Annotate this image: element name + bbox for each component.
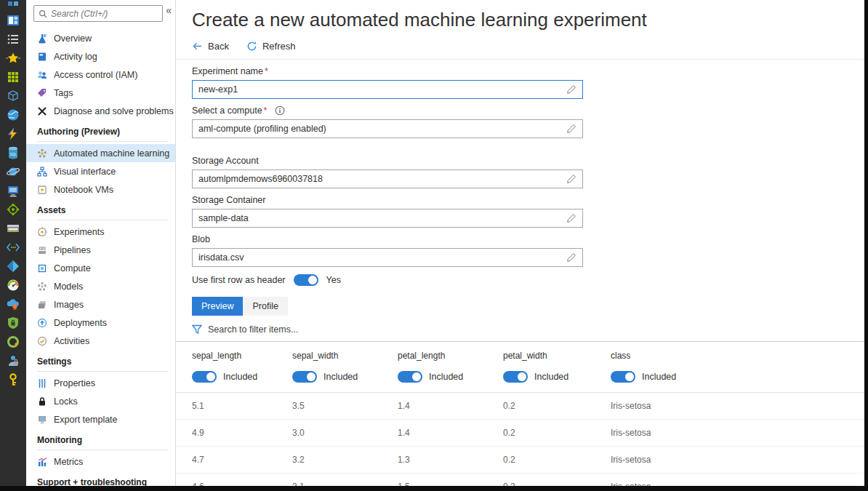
globe-icon[interactable] xyxy=(6,108,20,122)
sidebar-item-tags[interactable]: Tags xyxy=(26,84,175,102)
sql-database-icon[interactable]: SQL xyxy=(6,145,20,160)
experiment-name-input[interactable] xyxy=(198,84,566,95)
sidebar-item-models[interactable]: Models xyxy=(26,277,175,295)
sidebar-item-label: Locks xyxy=(54,396,78,407)
sidebar-item-locks[interactable]: Locks xyxy=(26,392,175,410)
dashboard-icon[interactable] xyxy=(6,13,20,28)
sidebar-item-activity-log[interactable]: Activity log xyxy=(26,47,175,65)
include-column-toggle[interactable] xyxy=(611,371,635,383)
code-icon[interactable] xyxy=(6,240,20,255)
sidebar-item-metrics[interactable]: Metrics xyxy=(26,452,175,471)
sidebar-item-access-control[interactable]: Access control (IAM) xyxy=(26,65,175,84)
collapse-sidebar-button[interactable]: « xyxy=(166,5,172,15)
divider xyxy=(37,450,168,450)
filter-label: Search to filter items... xyxy=(208,324,298,335)
storage-container-input[interactable] xyxy=(198,213,566,223)
sidebar-item-compute[interactable]: Compute xyxy=(26,259,175,277)
sidebar-item-visual-interface[interactable]: Visual interface xyxy=(26,162,175,180)
sidebar-item-experiments[interactable]: Experiments xyxy=(26,223,175,241)
security-shield-icon[interactable] xyxy=(6,316,20,330)
sidebar-item-properties[interactable]: Properties xyxy=(26,374,175,392)
storage-account-icon[interactable] xyxy=(6,221,20,236)
sidebar-item-notebook-vms[interactable]: Notebook VMs xyxy=(26,180,175,199)
back-button[interactable]: Back xyxy=(192,41,229,52)
compute-field[interactable] xyxy=(192,119,583,138)
advisor-gauge-icon[interactable] xyxy=(6,278,20,292)
resource-list-icon[interactable] xyxy=(6,32,20,47)
azure-ad-icon[interactable] xyxy=(6,259,20,274)
column-header: sepal_width xyxy=(292,342,398,367)
sidebar-item-label: Deployments xyxy=(54,318,107,328)
load-balancer-icon[interactable] xyxy=(6,202,20,217)
table-cell: 4.9 xyxy=(176,420,292,446)
experiment-name-label: Experiment name* xyxy=(192,66,583,76)
sidebar-item-label: Export template xyxy=(54,415,118,425)
all-resources-grid-icon[interactable] xyxy=(6,70,20,84)
sidebar-item-images[interactable]: Images xyxy=(26,295,175,314)
filter-items-control[interactable]: Search to filter items... xyxy=(192,324,868,335)
compute-input[interactable] xyxy=(198,124,566,134)
column-include-cell: Included xyxy=(611,367,868,392)
activity-log-icon xyxy=(37,52,47,62)
favorites-star-icon[interactable] xyxy=(6,51,20,65)
function-app-icon[interactable] xyxy=(6,127,20,141)
sidebar-item-pipelines[interactable]: Pipelines xyxy=(26,241,175,259)
column-header: class xyxy=(611,342,868,367)
info-icon[interactable] xyxy=(275,105,285,116)
experiment-name-field[interactable] xyxy=(192,80,583,99)
sidebar-item-export-template[interactable]: Export template xyxy=(26,410,175,428)
storage-account-input[interactable] xyxy=(198,174,566,184)
sidebar-item-label: Metrics xyxy=(54,457,83,467)
header-toggle-state: Yes xyxy=(326,275,341,285)
first-row-header-toggle[interactable] xyxy=(294,274,318,286)
filter-funnel-icon xyxy=(192,324,202,335)
table-cell: 1.3 xyxy=(398,447,503,473)
required-marker: * xyxy=(265,66,268,76)
include-column-toggle[interactable] xyxy=(292,371,317,383)
cube-icon[interactable] xyxy=(6,89,20,103)
tab-preview[interactable]: Preview xyxy=(192,297,243,316)
include-column-toggle[interactable] xyxy=(398,371,422,383)
main-content: Create a new automated machine learning … xyxy=(176,0,868,491)
storage-container-field[interactable] xyxy=(192,209,583,228)
sidebar-item-automated-ml[interactable]: Automated machine learning xyxy=(26,144,175,162)
label-text: Experiment name xyxy=(192,66,263,76)
blob-input[interactable] xyxy=(198,252,566,263)
cloud-medal-icon[interactable] xyxy=(6,297,20,311)
cosmos-db-icon[interactable] xyxy=(6,164,20,179)
column-include-cell: Included xyxy=(176,367,292,392)
back-label: Back xyxy=(208,41,229,52)
section-authoring: Authoring (Preview) xyxy=(26,127,175,137)
sidebar-item-overview[interactable]: Overview xyxy=(26,29,175,47)
edit-pencil-icon[interactable] xyxy=(566,252,576,263)
sidebar-item-deployments[interactable]: Deployments xyxy=(26,314,175,332)
virtual-machine-icon[interactable] xyxy=(6,183,20,198)
include-column-toggle[interactable] xyxy=(503,371,528,383)
include-column-toggle[interactable] xyxy=(192,371,217,383)
sidebar-item-diagnose[interactable]: Diagnose and solve problems xyxy=(26,102,175,120)
pipelines-icon xyxy=(37,245,47,255)
refresh-button[interactable]: Refresh xyxy=(246,41,296,52)
tab-profile[interactable]: Profile xyxy=(243,297,287,316)
cost-ring-icon[interactable] xyxy=(6,335,20,349)
sidebar-item-label: Activities xyxy=(54,336,89,346)
support-person-icon[interactable] xyxy=(6,354,20,368)
edit-pencil-icon[interactable] xyxy=(566,84,576,95)
edit-pencil-icon[interactable] xyxy=(566,124,576,134)
data-preview-table: sepal_length sepal_width petal_length pe… xyxy=(176,342,868,491)
sidebar-search-box[interactable] xyxy=(33,5,163,22)
diagnose-icon xyxy=(37,106,47,116)
sidebar-item-label: Models xyxy=(54,282,83,292)
page-title: Create a new automated machine learning … xyxy=(192,9,868,31)
sidebar-item-activities[interactable]: Activities xyxy=(26,332,175,350)
edit-pencil-icon[interactable] xyxy=(566,213,576,223)
partial-tile-icon[interactable] xyxy=(6,0,20,9)
sidebar-item-label: Activity log xyxy=(54,52,97,62)
key-vault-icon[interactable] xyxy=(6,372,20,387)
table-cell: 1.4 xyxy=(398,393,503,419)
blob-field[interactable] xyxy=(192,248,583,267)
edit-pencil-icon[interactable] xyxy=(566,174,576,184)
storage-account-field[interactable] xyxy=(192,169,583,188)
preview-profile-tabs: Preview Profile xyxy=(192,297,868,316)
search-input[interactable] xyxy=(51,9,158,19)
